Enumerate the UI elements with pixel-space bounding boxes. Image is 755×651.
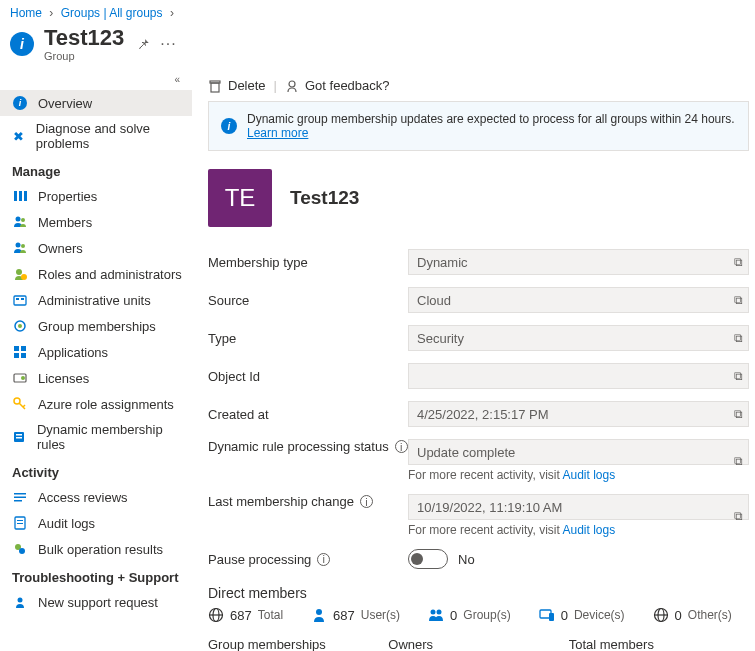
rules-icon: [12, 429, 27, 445]
copy-icon[interactable]: ⧉: [734, 255, 743, 269]
collapse-sidebar-icon[interactable]: «: [0, 74, 192, 90]
total-members-title: Total members: [569, 637, 749, 651]
audit-logs-icon: [12, 515, 28, 531]
delete-label: Delete: [228, 78, 266, 93]
svg-rect-31: [17, 523, 23, 524]
sidebar-item-group-memberships[interactable]: Group memberships: [0, 313, 192, 339]
pin-icon[interactable]: 📌︎: [136, 36, 150, 52]
svg-rect-19: [21, 353, 26, 358]
sidebar-item-licenses[interactable]: Licenses: [0, 365, 192, 391]
svg-rect-3: [19, 191, 22, 201]
sidebar-item-owners[interactable]: Owners: [0, 235, 192, 261]
page-subtitle: Group: [44, 50, 124, 62]
type-field: [408, 325, 749, 351]
sidebar-item-azure-roles[interactable]: Azure role assignments: [0, 391, 192, 417]
sidebar-item-label: Group memberships: [38, 319, 156, 334]
audit-logs-link[interactable]: Audit logs: [562, 468, 615, 482]
pause-toggle[interactable]: [408, 549, 448, 569]
copy-icon[interactable]: ⧉: [734, 369, 743, 383]
svg-point-41: [316, 609, 322, 615]
dyn-status-hint: For more recent activity, visit Audit lo…: [408, 468, 749, 482]
feedback-icon: [285, 79, 299, 93]
breadcrumb-groups[interactable]: Groups | All groups: [61, 6, 163, 20]
svg-rect-2: [14, 191, 17, 201]
info-icon[interactable]: i: [360, 495, 373, 508]
sidebar-item-applications[interactable]: Applications: [0, 339, 192, 365]
sidebar-item-label: Roles and administrators: [38, 267, 182, 282]
svg-point-9: [16, 269, 22, 275]
properties-icon: [12, 188, 28, 204]
sidebar-item-label: Audit logs: [38, 516, 95, 531]
audit-logs-link[interactable]: Audit logs: [562, 523, 615, 537]
sidebar-item-label: Licenses: [38, 371, 89, 386]
dyn-status-label: Dynamic rule processing status i: [208, 439, 408, 454]
applications-icon: [12, 344, 28, 360]
stat-users[interactable]: 687 User(s): [311, 607, 400, 623]
copy-icon[interactable]: ⧉: [734, 509, 743, 523]
svg-rect-24: [16, 434, 22, 436]
sidebar-item-members[interactable]: Members: [0, 209, 192, 235]
svg-point-10: [21, 274, 27, 280]
copy-icon[interactable]: ⧉: [734, 331, 743, 345]
stat-devices[interactable]: 0 Device(s): [539, 607, 625, 623]
sidebar-item-diagnose[interactable]: ✖︎ Diagnose and solve problems: [0, 116, 192, 156]
last-change-label: Last membership change i: [208, 494, 408, 509]
sidebar-item-label: New support request: [38, 595, 158, 610]
copy-icon[interactable]: ⧉: [734, 407, 743, 421]
info-icon[interactable]: i: [395, 440, 408, 453]
sidebar-item-overview[interactable]: i Overview: [0, 90, 192, 116]
svg-rect-27: [14, 497, 26, 499]
sidebar-item-support[interactable]: New support request: [0, 589, 192, 615]
sidebar-item-label: Bulk operation results: [38, 542, 163, 557]
svg-point-42: [431, 610, 436, 615]
sidebar-item-audit-logs[interactable]: Audit logs: [0, 510, 192, 536]
sidebar-item-roles[interactable]: Roles and administrators: [0, 261, 192, 287]
copy-icon[interactable]: ⧉: [734, 293, 743, 307]
admin-units-icon: [12, 292, 28, 308]
svg-rect-12: [16, 298, 19, 300]
delete-button[interactable]: Delete: [208, 78, 266, 93]
svg-rect-35: [211, 83, 219, 92]
svg-point-8: [21, 244, 25, 248]
svg-point-43: [437, 610, 442, 615]
stat-total[interactable]: 687 Total: [208, 607, 283, 623]
sidebar-item-properties[interactable]: Properties: [0, 183, 192, 209]
toolbar: Delete | Got feedback?: [208, 74, 749, 101]
info-icon: i: [12, 95, 28, 111]
info-banner: i Dynamic group membership updates are e…: [208, 101, 749, 151]
bulk-results-icon: [12, 541, 28, 557]
banner-learn-more[interactable]: Learn more: [247, 126, 308, 140]
sidebar-item-label: Applications: [38, 345, 108, 360]
sidebar-item-label: Owners: [38, 241, 83, 256]
svg-rect-30: [17, 520, 23, 521]
stat-others[interactable]: 0 Other(s): [653, 607, 732, 623]
group-memberships-block: Group memberships 0: [208, 637, 388, 651]
svg-rect-25: [16, 437, 22, 439]
sidebar-item-access-reviews[interactable]: Access reviews: [0, 484, 192, 510]
copy-icon[interactable]: ⧉: [734, 454, 743, 468]
breadcrumb: Home › Groups | All groups ›: [0, 0, 755, 24]
globe-icon: [653, 607, 669, 623]
sidebar-item-dynamic-rules[interactable]: Dynamic membership rules: [0, 417, 192, 457]
membership-type-field: [408, 249, 749, 275]
owners-title: Owners: [388, 637, 568, 651]
info-icon[interactable]: i: [317, 553, 330, 566]
source-label: Source: [208, 293, 408, 308]
feedback-button[interactable]: Got feedback?: [285, 78, 390, 93]
access-reviews-icon: [12, 489, 28, 505]
more-icon[interactable]: ···: [160, 35, 176, 53]
sidebar-item-bulk-results[interactable]: Bulk operation results: [0, 536, 192, 562]
svg-point-6: [21, 218, 25, 222]
globe-icon: [208, 607, 224, 623]
pause-value: No: [458, 552, 475, 567]
stat-groups[interactable]: 0 Group(s): [428, 607, 511, 623]
feedback-label: Got feedback?: [305, 78, 390, 93]
svg-point-21: [21, 376, 25, 380]
dyn-status-field: [408, 439, 749, 465]
object-id-label: Object Id: [208, 369, 408, 384]
sidebar-heading-activity: Activity: [0, 457, 192, 484]
sidebar-item-admin-units[interactable]: Administrative units: [0, 287, 192, 313]
svg-rect-18: [14, 353, 19, 358]
breadcrumb-home[interactable]: Home: [10, 6, 42, 20]
sidebar-item-label: Diagnose and solve problems: [36, 121, 184, 151]
